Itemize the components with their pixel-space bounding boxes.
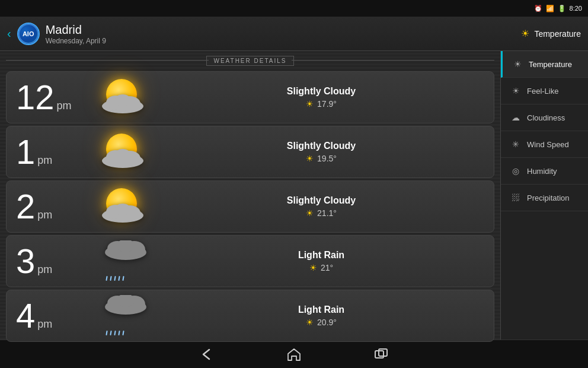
clock: 8:20 [570,5,582,12]
temp-3pm: ☀ 21° [158,263,484,272]
status-icons: ⏰ 📶 🔋 8:20 [534,5,582,12]
header-sun-icon: ☀ [521,28,529,39]
cloud-shape [99,90,146,116]
sidebar-item-windspeed[interactable]: ✳ Wind Speed [501,131,588,158]
sidebar-item-precipitation[interactable]: ⛆ Precipitation [501,185,588,211]
back-button[interactable]: ‹ [7,27,11,40]
temp-sun-icon-1: ☀ [306,154,314,163]
rain-drops [106,276,124,281]
weather-row-4pm: 4 pm [6,290,494,342]
time-display-4pm: 4 pm [16,299,99,333]
svg-point-11 [114,204,131,215]
header-left: ‹ AIO Madrid Wednesday, April 9 [7,23,521,45]
weather-desc-3pm: Light Rain ☀ 21° [158,250,484,272]
weather-desc-2pm: Slightly Cloudy ☀ 21.1° [158,195,484,218]
back-nav-button[interactable] [199,347,215,361]
status-bar: ⏰ 📶 🔋 8:20 [0,0,588,17]
weather-row: 12 pm Slightly Cloudy ☀ 17 [6,71,494,123]
city-date: Wednesday, April 9 [46,37,106,45]
rain-cloud-shape [102,240,149,281]
hour-2: 2 [16,189,35,224]
time-display-3pm: 3 pm [16,244,99,278]
period-3: pm [37,264,52,276]
weather-desc-4pm: Light Rain ☀ 20.9° [158,304,484,327]
precipitation-label: Precipitation [527,193,570,202]
rain-cloud-shape-4 [102,295,149,335]
nav-bar [0,340,588,368]
temp-sun-icon-3: ☀ [309,263,317,272]
sidebar-item-humidity[interactable]: ◎ Humidity [501,158,588,185]
hour-3: 3 [16,244,35,278]
windspeed-label: Wind Speed [527,140,569,149]
time-display-1pm: 1 pm [16,135,99,169]
weather-icon-4pm [99,295,158,337]
period-2: pm [37,209,52,221]
weather-row-1pm: 1 pm Slightly Cloudy ☀ 19. [6,126,494,178]
sidebar-item-temperature[interactable]: ☀ Temperature [501,51,588,78]
condition-3pm: Light Rain [158,250,484,261]
city-name: Madrid [46,23,106,37]
temp-1pm: ☀ 19.5° [158,154,484,163]
hour-12: 12 [16,80,55,115]
humidity-label: Humidity [527,167,557,176]
recent-nav-button[interactable] [373,347,389,361]
battery-icon: 🔋 [558,5,566,12]
hour-4: 4 [16,299,35,333]
main-content: WEATHER DETAILS 12 pm Sl [0,51,588,340]
period-4: pm [37,318,52,331]
temperature-icon: ☀ [512,59,523,69]
temp-sun-icon-2: ☀ [306,208,314,218]
cloud-shape-2 [99,199,146,225]
temp-sun-icon: ☀ [306,99,314,109]
weather-row-3pm: 3 pm [6,235,494,287]
sidebar-item-feellike[interactable]: ☀ Feel-Like [501,78,588,104]
temp-2pm: ☀ 21.1° [158,208,484,218]
feellike-icon: ☀ [510,86,521,96]
temperature-label: Temperature [529,60,572,69]
cloudiness-icon: ☁ [510,113,521,122]
time-display-12pm: 12 pm [16,80,99,115]
sidebar-item-cloudiness[interactable]: ☁ Cloudiness [501,104,588,131]
weather-details-tab: WEATHER DETAILS [6,51,494,69]
rain-drops-4 [106,331,124,335]
precipitation-icon: ⛆ [510,193,521,202]
condition-12pm: Slightly Cloudy [158,86,484,97]
svg-point-7 [114,149,131,161]
weather-icon-3pm [99,240,158,282]
humidity-icon: ◎ [510,166,521,176]
weather-icon-1pm [99,131,158,173]
cloudiness-label: Cloudiness [527,113,565,122]
svg-point-3 [114,94,131,106]
period-12: pm [57,100,72,112]
time-display-2pm: 2 pm [16,189,99,224]
header-right-label: Temperature [534,29,581,39]
alarm-icon: ⏰ [534,5,542,12]
condition-4pm: Light Rain [158,304,484,315]
hour-1: 1 [16,135,35,169]
header-right: ☀ Temperature [521,28,581,39]
sidebar: ☀ Temperature ☀ Feel-Like ☁ Cloudiness ✳… [500,51,588,340]
windspeed-icon: ✳ [510,139,521,149]
period-1: pm [37,154,52,167]
wifi-icon: 📶 [546,5,554,12]
aio-logo: AIO [17,23,40,45]
condition-2pm: Slightly Cloudy [158,195,484,206]
weather-desc-1pm: Slightly Cloudy ☀ 19.5° [158,141,484,163]
temp-4pm: ☀ 20.9° [158,318,484,327]
cloud-shape-1 [99,144,146,170]
weather-row-2pm: 2 pm Slightly Cloudy ☀ 21. [6,180,494,233]
header: ‹ AIO Madrid Wednesday, April 9 ☀ Temper… [0,17,588,51]
temp-sun-icon-4: ☀ [306,318,314,327]
home-nav-button[interactable] [286,347,302,361]
weather-panel: WEATHER DETAILS 12 pm Sl [0,51,500,340]
temp-12pm: ☀ 17.9° [158,99,484,109]
feellike-label: Feel-Like [527,87,558,96]
city-info: Madrid Wednesday, April 9 [46,23,106,45]
condition-1pm: Slightly Cloudy [158,141,484,151]
weather-icon-2pm [99,186,158,227]
weather-desc-12pm: Slightly Cloudy ☀ 17.9° [158,86,484,109]
weather-icon-12pm [99,77,158,118]
